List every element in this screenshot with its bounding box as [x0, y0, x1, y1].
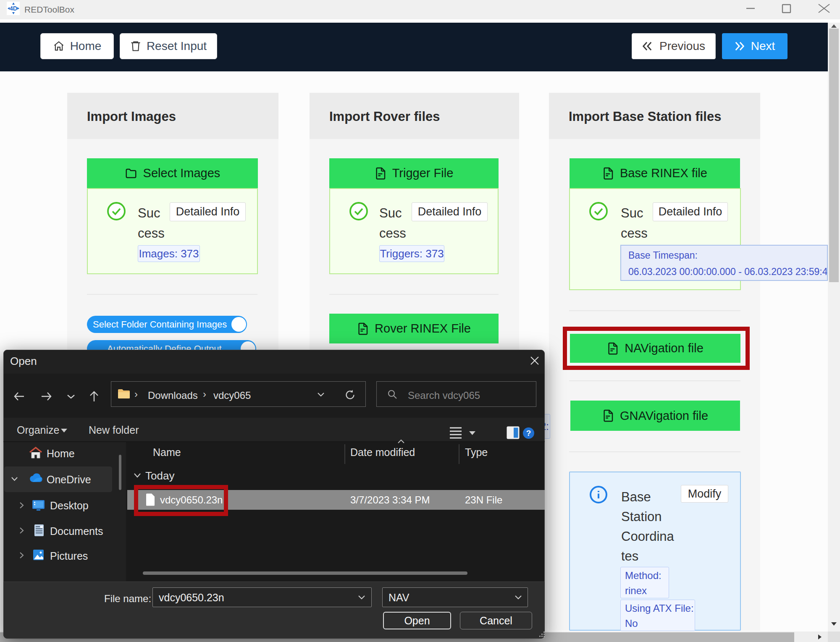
- svg-text:4D: 4D: [10, 5, 17, 12]
